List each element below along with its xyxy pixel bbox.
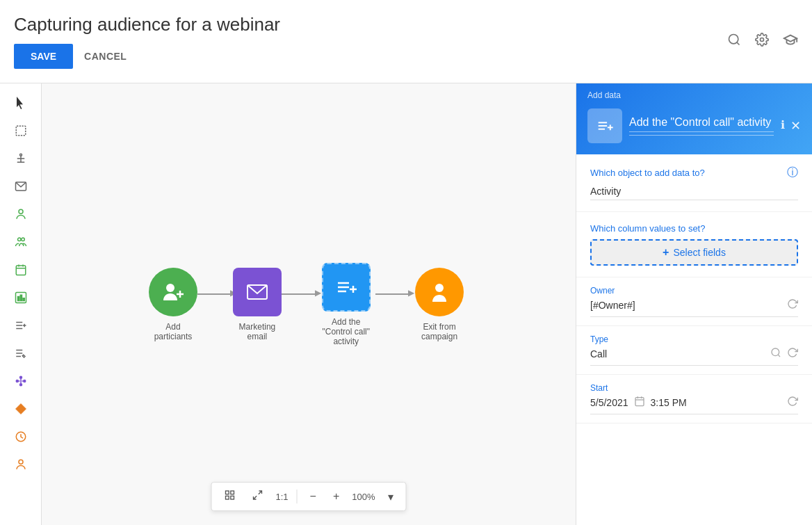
sidebar-diamond-icon[interactable]: [8, 396, 33, 421]
flow-node-add-participants[interactable]: Add particiants: [149, 268, 197, 341]
svg-rect-3: [16, 126, 26, 136]
node-circle-blue-dashed: [322, 263, 371, 312]
sidebar-user2-icon[interactable]: [8, 452, 33, 477]
search-icon[interactable]: [727, 33, 741, 50]
svg-point-36: [166, 284, 174, 292]
flow-container: Add particiants Marketing email: [149, 263, 469, 346]
bottom-toolbar: 1:1 − + 100% ▾: [211, 482, 406, 511]
sidebar-edit-list-icon[interactable]: [8, 341, 33, 366]
canvas-area[interactable]: Add particiants Marketing email: [42, 83, 576, 525]
svg-point-4: [19, 154, 22, 156]
main-layout: Add particiants Marketing email: [0, 83, 812, 525]
ratio-label: 1:1: [275, 492, 288, 502]
svg-line-1: [737, 42, 740, 45]
cancel-button[interactable]: CANCEL: [84, 51, 127, 62]
svg-point-45: [435, 284, 444, 292]
sidebar-cursor-icon[interactable]: [8, 90, 33, 115]
calendar-icon[interactable]: [634, 396, 645, 410]
node-circle-purple: [233, 268, 282, 316]
object-value: Activity: [590, 186, 798, 200]
flow-node-control-call[interactable]: Add the "Control call" activity: [317, 263, 375, 346]
panel-header-row: Add the "Control call" activity ℹ ✕: [587, 108, 801, 143]
owner-value[interactable]: [#Owner#]: [590, 300, 635, 311]
sidebar-nodes-icon[interactable]: [8, 369, 33, 394]
start-refresh-icon[interactable]: [787, 396, 798, 410]
right-panel: Add data Add the "Control call" activity: [576, 83, 812, 525]
sidebar-group-icon[interactable]: [8, 229, 33, 255]
type-value[interactable]: Call: [590, 348, 607, 360]
connector-1: [197, 293, 232, 295]
node-label-exit-campaign: Exit from campaign: [410, 322, 469, 341]
start-time-value[interactable]: 3:15 PM: [651, 397, 687, 408]
columns-label: Which column values to set?: [590, 223, 798, 234]
select-fields-button[interactable]: + Select fields: [590, 239, 798, 266]
svg-point-2: [761, 38, 764, 42]
svg-rect-59: [635, 398, 644, 406]
svg-marker-33: [15, 404, 26, 414]
settings-icon[interactable]: [755, 33, 769, 50]
node-circle-orange: [415, 268, 464, 316]
svg-rect-17: [23, 298, 24, 301]
svg-rect-49: [231, 496, 234, 499]
svg-point-28: [19, 384, 22, 386]
type-field-block: Type Call: [576, 326, 812, 375]
zoom-level-label: 100%: [352, 492, 375, 502]
object-label: Which object to add data to? ⓘ: [590, 165, 798, 180]
svg-rect-10: [16, 266, 26, 275]
type-refresh-icon[interactable]: [787, 347, 798, 361]
sidebar-clock-icon[interactable]: [8, 424, 33, 449]
svg-line-51: [253, 496, 257, 499]
plus-icon: +: [663, 246, 669, 259]
zoom-dropdown-button[interactable]: ▾: [384, 487, 398, 506]
start-field-block: Start 5/5/2021 3:15 PM: [576, 375, 812, 423]
owner-refresh-icon[interactable]: [787, 298, 798, 312]
sidebar-chart-icon[interactable]: [8, 285, 33, 310]
svg-point-0: [729, 35, 738, 44]
svg-point-35: [19, 460, 23, 464]
panel-close-button[interactable]: ✕: [790, 118, 801, 134]
sidebar-person-icon[interactable]: [8, 202, 33, 227]
object-section: Which object to add data to? ⓘ Activity: [576, 154, 812, 212]
sidebar-email-icon[interactable]: [8, 174, 33, 199]
zoom-divider: [297, 490, 298, 503]
columns-section: Which column values to set? + Select fie…: [576, 212, 812, 277]
grid-view-button[interactable]: [220, 487, 239, 506]
svg-line-58: [778, 355, 780, 357]
start-date-value[interactable]: 5/5/2021: [590, 397, 628, 408]
sidebar-anchor-icon[interactable]: [8, 146, 33, 171]
svg-rect-47: [231, 491, 234, 494]
panel-info-icon[interactable]: ℹ: [781, 118, 785, 134]
svg-rect-46: [225, 491, 229, 494]
type-label: Type: [590, 334, 798, 344]
page-title: Capturing audience for a webinar: [14, 14, 727, 35]
sidebar-add-list-icon[interactable]: [8, 313, 33, 338]
svg-line-50: [259, 491, 262, 494]
panel-header: Add data Add the "Control call" activity: [576, 83, 812, 154]
svg-point-26: [16, 380, 18, 382]
zoom-out-button[interactable]: −: [306, 487, 320, 506]
object-info-icon[interactable]: ⓘ: [787, 165, 798, 180]
flow-node-marketing-email[interactable]: Marketing email: [232, 268, 282, 341]
node-label-add-participants: Add particiants: [149, 322, 197, 341]
owner-field-block: Owner [#Owner#]: [576, 277, 812, 326]
zoom-in-button[interactable]: +: [329, 487, 343, 506]
graduation-icon[interactable]: [783, 32, 798, 51]
sidebar-select-icon[interactable]: [8, 118, 33, 143]
svg-rect-16: [20, 295, 22, 300]
fit-button[interactable]: [247, 487, 267, 506]
svg-point-57: [772, 348, 779, 356]
panel-body: Which object to add data to? ⓘ Activity …: [576, 154, 812, 525]
svg-point-9: [21, 238, 24, 241]
connector-3: [375, 293, 410, 295]
save-button[interactable]: SAVE: [14, 44, 73, 69]
sidebar-calendar-icon[interactable]: [8, 257, 33, 282]
flow-node-exit-campaign[interactable]: Exit from campaign: [410, 268, 469, 341]
header: Capturing audience for a webinar SAVE CA…: [0, 0, 812, 83]
svg-point-29: [23, 380, 25, 382]
type-search-icon[interactable]: [770, 347, 781, 361]
svg-point-8: [17, 238, 21, 241]
node-label-marketing-email: Marketing email: [232, 322, 282, 341]
connector-2: [282, 293, 316, 295]
svg-point-7: [19, 209, 23, 213]
panel-header-icon: [587, 108, 622, 143]
